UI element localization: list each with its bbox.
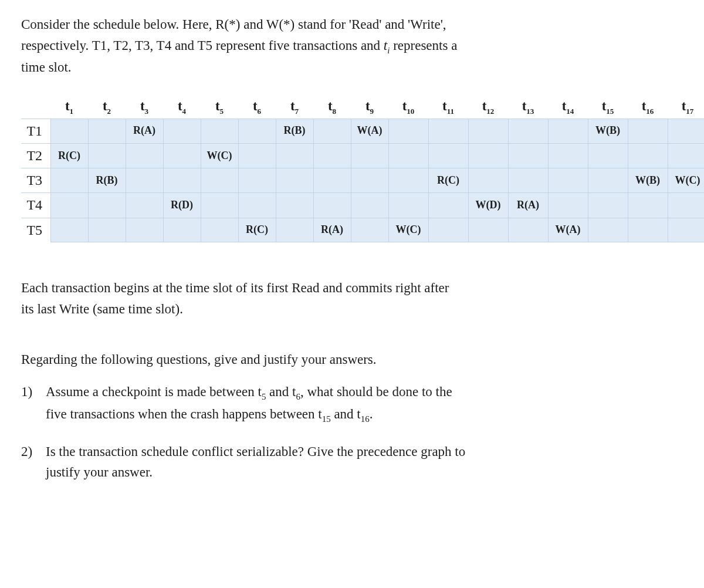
schedule-cell <box>548 168 588 193</box>
schedule-cell <box>201 193 238 218</box>
schedule-cell <box>50 119 88 143</box>
schedule-cell <box>508 143 548 168</box>
schedule-cell <box>313 193 351 218</box>
schedule-cell <box>388 193 428 218</box>
intro-line-2a: respectively. T1, T2, T3, T4 and T5 repr… <box>21 38 384 53</box>
schedule-cell <box>238 119 276 143</box>
schedule-cell <box>668 218 704 242</box>
row-header: T1 <box>21 119 50 143</box>
schedule-cell <box>313 143 351 168</box>
col-header: t4 <box>163 96 201 119</box>
schedule-cell <box>313 168 351 193</box>
q1-part-a: Assume a checkpoint is made between t <box>46 384 262 399</box>
schedule-cell <box>388 168 428 193</box>
question-1: Assume a checkpoint is made between t5 a… <box>21 381 683 426</box>
schedule-cell <box>588 193 628 218</box>
schedule-table: t1t2t3t4t5t6t7t8t9t10t11t12t13t14t15t16t… <box>21 96 704 242</box>
q1-part-d: five transactions when the crash happens… <box>46 407 322 421</box>
schedule-cell <box>588 143 628 168</box>
table-row: T4R(D)W(D)R(A)W(A) <box>21 193 704 218</box>
mid-line-2: its last Write (same time slot). <box>21 302 183 316</box>
schedule-cell: R(D) <box>163 193 201 218</box>
schedule-cell <box>428 119 468 143</box>
q1-part-e: and t <box>331 407 361 421</box>
col-header: t17 <box>668 96 704 119</box>
schedule-cell <box>201 218 238 242</box>
schedule-cell <box>388 143 428 168</box>
table-row: T5R(C)R(A)W(C)W(A) <box>21 218 704 242</box>
schedule-cell <box>163 218 201 242</box>
schedule-cell <box>126 143 163 168</box>
schedule-cell <box>668 193 704 218</box>
mid-paragraph: Each transaction begins at the time slot… <box>21 278 683 319</box>
col-header: t14 <box>548 96 588 119</box>
schedule-cell <box>628 218 668 242</box>
table-row: T3R(B)R(C)W(B)W(C) <box>21 168 704 193</box>
schedule-body: T1R(A)R(B)W(A)W(B)T2R(C)W(C)T3R(B)R(C)W(… <box>21 119 704 242</box>
schedule-cell <box>628 119 668 143</box>
q1-part-c: , what should be done to the <box>300 384 452 399</box>
schedule-cell <box>238 143 276 168</box>
col-header: t5 <box>201 96 238 119</box>
schedule-cell <box>468 143 508 168</box>
q1-sub-3: 15 <box>322 414 331 424</box>
schedule-cell: R(C) <box>50 143 88 168</box>
corner-blank <box>21 96 50 119</box>
schedule-cell <box>50 168 88 193</box>
schedule-cell <box>588 168 628 193</box>
schedule-cell <box>276 143 313 168</box>
schedule-cell: W(C) <box>388 218 428 242</box>
col-header: t10 <box>388 96 428 119</box>
schedule-cell <box>126 218 163 242</box>
row-header: T2 <box>21 143 50 168</box>
col-header: t6 <box>238 96 276 119</box>
schedule-cell <box>508 168 548 193</box>
row-header: T3 <box>21 168 50 193</box>
schedule-cell <box>201 119 238 143</box>
q1-part-b: and t <box>266 384 296 399</box>
schedule-cell <box>351 143 388 168</box>
col-header: t2 <box>88 96 126 119</box>
intro-paragraph: Consider the schedule below. Here, R(*) … <box>21 14 683 78</box>
schedule-cell <box>588 218 628 242</box>
lead-paragraph: Regarding the following questions, give … <box>21 349 683 370</box>
intro-line-2b: represents a <box>390 38 457 53</box>
schedule-cell <box>238 193 276 218</box>
schedule-cell: W(C) <box>668 168 704 193</box>
q2-part-a: Is the transaction schedule conflict ser… <box>46 444 465 459</box>
col-header: t11 <box>428 96 468 119</box>
row-header: T4 <box>21 193 50 218</box>
schedule-cell <box>126 193 163 218</box>
schedule-cell <box>468 119 508 143</box>
schedule-cell: R(B) <box>88 168 126 193</box>
schedule-cell <box>388 119 428 143</box>
mid-line-1: Each transaction begins at the time slot… <box>21 281 449 295</box>
col-header: t16 <box>628 96 668 119</box>
schedule-cell <box>276 168 313 193</box>
schedule-cell <box>351 168 388 193</box>
schedule-cell <box>428 218 468 242</box>
schedule-cell <box>351 218 388 242</box>
intro-line-3: time slot. <box>21 60 72 75</box>
schedule-cell <box>313 119 351 143</box>
schedule-cell <box>238 168 276 193</box>
schedule-cell: R(B) <box>276 119 313 143</box>
schedule-cell <box>468 168 508 193</box>
schedule-cell <box>548 119 588 143</box>
schedule-cell: R(C) <box>238 218 276 242</box>
schedule-cell: R(A) <box>313 218 351 242</box>
table-row: T1R(A)R(B)W(A)W(B) <box>21 119 704 143</box>
schedule-header-row: t1t2t3t4t5t6t7t8t9t10t11t12t13t14t15t16t… <box>21 96 704 119</box>
schedule-cell: W(B) <box>588 119 628 143</box>
schedule-cell: W(A) <box>548 218 588 242</box>
schedule-cell <box>88 218 126 242</box>
schedule-cell <box>428 143 468 168</box>
schedule-cell <box>668 143 704 168</box>
col-header: t12 <box>468 96 508 119</box>
row-header: T5 <box>21 218 50 242</box>
col-header: t8 <box>313 96 351 119</box>
schedule-cell <box>428 193 468 218</box>
q1-part-f: . <box>370 407 373 421</box>
schedule-cell <box>88 193 126 218</box>
col-header: t15 <box>588 96 628 119</box>
